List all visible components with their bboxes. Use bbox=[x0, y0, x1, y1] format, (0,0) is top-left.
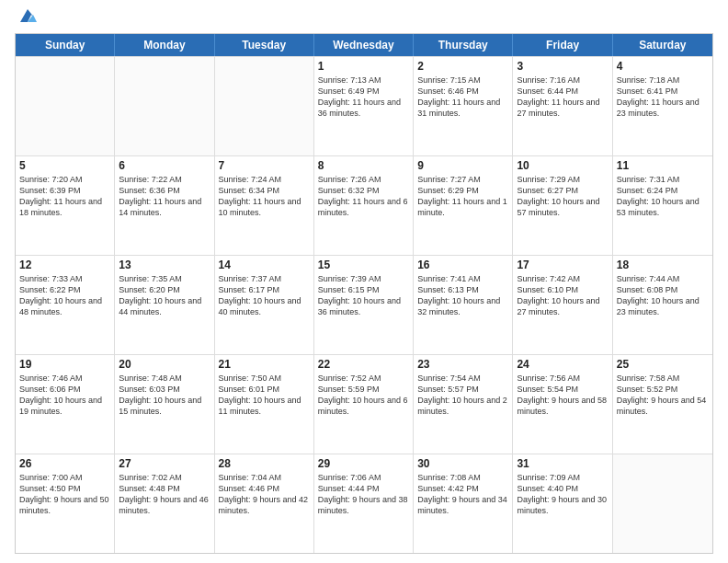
week-row-2: 12Sunrise: 7:33 AM Sunset: 6:22 PM Dayli… bbox=[16, 255, 712, 354]
day-number: 30 bbox=[417, 457, 508, 470]
cell-text: Sunrise: 7:42 AM Sunset: 6:10 PM Dayligh… bbox=[517, 273, 608, 318]
cal-cell-3-1: 20Sunrise: 7:48 AM Sunset: 6:03 PM Dayli… bbox=[115, 355, 214, 454]
cal-cell-1-1: 6Sunrise: 7:22 AM Sunset: 6:36 PM Daylig… bbox=[115, 156, 214, 255]
cal-cell-0-5: 3Sunrise: 7:16 AM Sunset: 6:44 PM Daylig… bbox=[513, 57, 612, 155]
day-number: 23 bbox=[417, 358, 508, 371]
cal-cell-4-1: 27Sunrise: 7:02 AM Sunset: 4:48 PM Dayli… bbox=[115, 454, 214, 553]
cell-text: Sunrise: 7:50 AM Sunset: 6:01 PM Dayligh… bbox=[219, 373, 310, 418]
header-saturday: Saturday bbox=[613, 34, 712, 56]
cell-text: Sunrise: 7:00 AM Sunset: 4:50 PM Dayligh… bbox=[19, 472, 110, 517]
day-number: 18 bbox=[617, 259, 709, 271]
cell-text: Sunrise: 7:02 AM Sunset: 4:48 PM Dayligh… bbox=[119, 472, 210, 517]
day-number: 4 bbox=[617, 60, 709, 73]
cell-text: Sunrise: 7:41 AM Sunset: 6:13 PM Dayligh… bbox=[417, 273, 508, 318]
cal-cell-4-0: 26Sunrise: 7:00 AM Sunset: 4:50 PM Dayli… bbox=[16, 454, 115, 553]
day-number: 20 bbox=[119, 358, 210, 371]
day-number: 26 bbox=[19, 457, 110, 470]
day-number: 8 bbox=[318, 159, 409, 172]
day-number: 21 bbox=[219, 358, 310, 371]
day-number: 11 bbox=[617, 159, 709, 172]
cal-cell-3-0: 19Sunrise: 7:46 AM Sunset: 6:06 PM Dayli… bbox=[16, 355, 115, 454]
cell-text: Sunrise: 7:15 AM Sunset: 6:46 PM Dayligh… bbox=[417, 75, 508, 120]
cal-cell-4-5: 31Sunrise: 7:09 AM Sunset: 4:40 PM Dayli… bbox=[513, 454, 612, 553]
day-number: 28 bbox=[219, 457, 310, 470]
cell-text: Sunrise: 7:44 AM Sunset: 6:08 PM Dayligh… bbox=[617, 273, 709, 318]
cal-cell-2-6: 18Sunrise: 7:44 AM Sunset: 6:08 PM Dayli… bbox=[613, 256, 712, 354]
cell-text: Sunrise: 7:06 AM Sunset: 4:44 PM Dayligh… bbox=[318, 472, 409, 517]
day-number: 10 bbox=[517, 159, 608, 172]
day-number: 3 bbox=[517, 60, 608, 73]
cal-cell-2-0: 12Sunrise: 7:33 AM Sunset: 6:22 PM Dayli… bbox=[16, 256, 115, 354]
cal-cell-3-5: 24Sunrise: 7:56 AM Sunset: 5:54 PM Dayli… bbox=[513, 355, 612, 454]
cal-cell-4-2: 28Sunrise: 7:04 AM Sunset: 4:46 PM Dayli… bbox=[215, 454, 314, 553]
cal-cell-3-2: 21Sunrise: 7:50 AM Sunset: 6:01 PM Dayli… bbox=[215, 355, 314, 454]
page: Sunday Monday Tuesday Wednesday Thursday… bbox=[0, 0, 728, 563]
cal-cell-3-4: 23Sunrise: 7:54 AM Sunset: 5:57 PM Dayli… bbox=[414, 355, 513, 454]
header-thursday: Thursday bbox=[414, 34, 513, 56]
cell-text: Sunrise: 7:29 AM Sunset: 6:27 PM Dayligh… bbox=[517, 174, 608, 219]
day-number: 7 bbox=[219, 159, 310, 172]
cell-text: Sunrise: 7:52 AM Sunset: 5:59 PM Dayligh… bbox=[318, 373, 409, 418]
cal-cell-4-6 bbox=[613, 454, 712, 553]
logo bbox=[15, 13, 39, 28]
day-number: 14 bbox=[219, 259, 310, 271]
cal-cell-0-6: 4Sunrise: 7:18 AM Sunset: 6:41 PM Daylig… bbox=[613, 57, 712, 155]
day-number: 25 bbox=[617, 358, 709, 371]
cell-text: Sunrise: 7:20 AM Sunset: 6:39 PM Dayligh… bbox=[19, 174, 110, 219]
cal-cell-1-4: 9Sunrise: 7:27 AM Sunset: 6:29 PM Daylig… bbox=[414, 156, 513, 255]
cal-cell-0-0 bbox=[16, 57, 115, 155]
cal-cell-3-3: 22Sunrise: 7:52 AM Sunset: 5:59 PM Dayli… bbox=[314, 355, 414, 454]
cal-cell-2-2: 14Sunrise: 7:37 AM Sunset: 6:17 PM Dayli… bbox=[215, 256, 314, 354]
cal-cell-1-3: 8Sunrise: 7:26 AM Sunset: 6:32 PM Daylig… bbox=[314, 156, 414, 255]
cell-text: Sunrise: 7:18 AM Sunset: 6:41 PM Dayligh… bbox=[617, 75, 709, 120]
cell-text: Sunrise: 7:09 AM Sunset: 4:40 PM Dayligh… bbox=[517, 472, 608, 517]
cal-cell-1-6: 11Sunrise: 7:31 AM Sunset: 6:24 PM Dayli… bbox=[613, 156, 712, 255]
cell-text: Sunrise: 7:46 AM Sunset: 6:06 PM Dayligh… bbox=[19, 373, 110, 418]
week-row-3: 19Sunrise: 7:46 AM Sunset: 6:06 PM Dayli… bbox=[16, 354, 712, 454]
cell-text: Sunrise: 7:04 AM Sunset: 4:46 PM Dayligh… bbox=[219, 472, 310, 517]
day-number: 13 bbox=[119, 259, 210, 271]
cell-text: Sunrise: 7:56 AM Sunset: 5:54 PM Dayligh… bbox=[517, 373, 608, 418]
cal-cell-2-4: 16Sunrise: 7:41 AM Sunset: 6:13 PM Dayli… bbox=[414, 256, 513, 354]
cal-cell-0-3: 1Sunrise: 7:13 AM Sunset: 6:49 PM Daylig… bbox=[314, 57, 414, 155]
day-number: 12 bbox=[19, 259, 110, 271]
cal-cell-0-2 bbox=[215, 57, 314, 155]
header bbox=[15, 9, 713, 28]
day-number: 24 bbox=[517, 358, 608, 371]
header-monday: Monday bbox=[115, 34, 214, 56]
day-number: 6 bbox=[119, 159, 210, 172]
cal-cell-4-3: 29Sunrise: 7:06 AM Sunset: 4:44 PM Dayli… bbox=[314, 454, 414, 553]
cell-text: Sunrise: 7:16 AM Sunset: 6:44 PM Dayligh… bbox=[517, 75, 608, 120]
week-row-4: 26Sunrise: 7:00 AM Sunset: 4:50 PM Dayli… bbox=[16, 454, 712, 553]
cell-text: Sunrise: 7:24 AM Sunset: 6:34 PM Dayligh… bbox=[219, 174, 310, 219]
week-row-0: 1Sunrise: 7:13 AM Sunset: 6:49 PM Daylig… bbox=[16, 56, 712, 155]
cell-text: Sunrise: 7:35 AM Sunset: 6:20 PM Dayligh… bbox=[119, 273, 210, 318]
header-sunday: Sunday bbox=[16, 34, 115, 56]
cal-cell-0-4: 2Sunrise: 7:15 AM Sunset: 6:46 PM Daylig… bbox=[414, 57, 513, 155]
day-number: 27 bbox=[119, 457, 210, 470]
cell-text: Sunrise: 7:22 AM Sunset: 6:36 PM Dayligh… bbox=[119, 174, 210, 219]
day-number: 5 bbox=[19, 159, 110, 172]
day-number: 17 bbox=[517, 259, 608, 271]
cal-cell-0-1 bbox=[115, 57, 214, 155]
day-number: 22 bbox=[318, 358, 409, 371]
logo-text bbox=[15, 13, 39, 28]
day-number: 31 bbox=[517, 457, 608, 470]
calendar: Sunday Monday Tuesday Wednesday Thursday… bbox=[15, 33, 713, 554]
cell-text: Sunrise: 7:31 AM Sunset: 6:24 PM Dayligh… bbox=[617, 174, 709, 219]
cell-text: Sunrise: 7:13 AM Sunset: 6:49 PM Dayligh… bbox=[318, 75, 409, 120]
cell-text: Sunrise: 7:26 AM Sunset: 6:32 PM Dayligh… bbox=[318, 174, 409, 219]
day-number: 29 bbox=[318, 457, 409, 470]
calendar-body: 1Sunrise: 7:13 AM Sunset: 6:49 PM Daylig… bbox=[16, 56, 712, 553]
cal-cell-4-4: 30Sunrise: 7:08 AM Sunset: 4:42 PM Dayli… bbox=[414, 454, 513, 553]
cell-text: Sunrise: 7:37 AM Sunset: 6:17 PM Dayligh… bbox=[219, 273, 310, 318]
cal-cell-2-5: 17Sunrise: 7:42 AM Sunset: 6:10 PM Dayli… bbox=[513, 256, 612, 354]
day-number: 1 bbox=[318, 60, 409, 73]
header-tuesday: Tuesday bbox=[215, 34, 314, 56]
cal-cell-2-3: 15Sunrise: 7:39 AM Sunset: 6:15 PM Dayli… bbox=[314, 256, 414, 354]
day-number: 2 bbox=[417, 60, 508, 73]
header-wednesday: Wednesday bbox=[314, 34, 414, 56]
cal-cell-3-6: 25Sunrise: 7:58 AM Sunset: 5:52 PM Dayli… bbox=[613, 355, 712, 454]
cal-cell-2-1: 13Sunrise: 7:35 AM Sunset: 6:20 PM Dayli… bbox=[115, 256, 214, 354]
cell-text: Sunrise: 7:54 AM Sunset: 5:57 PM Dayligh… bbox=[417, 373, 508, 418]
